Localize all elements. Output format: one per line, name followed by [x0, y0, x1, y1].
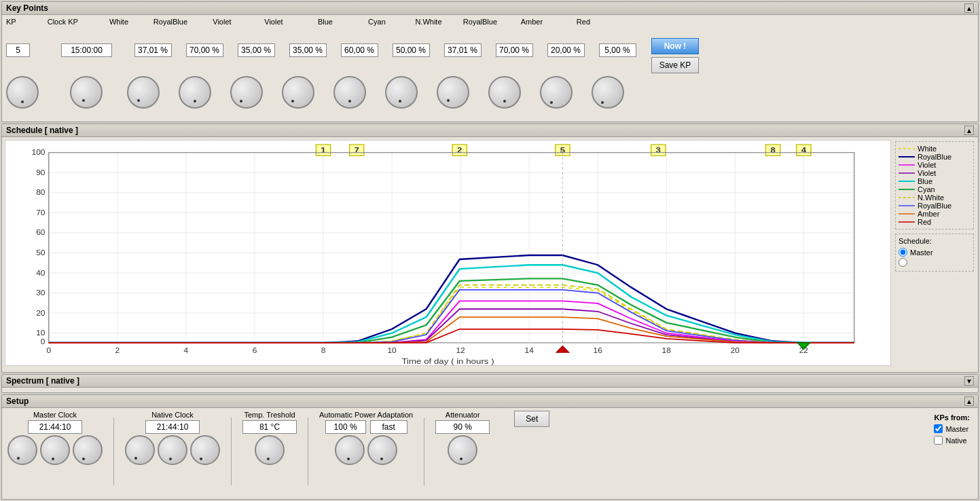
svg-text:70: 70	[36, 209, 45, 217]
ch-blue-value[interactable]: 60,00 %	[341, 43, 378, 57]
ch-red-knob[interactable]	[592, 76, 624, 109]
separator-1	[113, 418, 114, 485]
master-clock-label: Master Clock	[33, 411, 77, 419]
ch-cyan-value[interactable]: 50,00 %	[393, 43, 430, 57]
ch-amber-knob[interactable]	[540, 76, 573, 109]
kps-from-label: KPs from:	[934, 413, 970, 422]
ch-violet1-knob-col	[223, 76, 270, 109]
legend-cyan-label: Cyan	[918, 185, 935, 193]
master-clock-knob-h[interactable]	[7, 435, 37, 465]
now-button[interactable]: Now !	[651, 38, 699, 54]
native-clock-value[interactable]: 21:44:10	[145, 420, 200, 434]
save-kp-button[interactable]: Save KP	[651, 57, 699, 73]
native-clock-knob-s[interactable]	[190, 435, 220, 465]
svg-text:90: 90	[36, 168, 45, 176]
ch-royalblue1-knob[interactable]	[179, 76, 211, 109]
schedule-header: Schedule [ native ] ▲	[2, 124, 978, 137]
ch-cyan-val-col: 50,00 %	[388, 43, 434, 57]
ch-violet1-col: Violet	[199, 18, 245, 26]
ch-violet1-val-col: 35,00 %	[233, 43, 279, 57]
legend-royalblue2-label: RoyalBlue	[918, 202, 951, 210]
svg-text:0: 0	[46, 347, 51, 354]
master-radio[interactable]	[899, 248, 907, 257]
ch-royalblue1-val-col: 70,00 %	[181, 43, 228, 57]
ch-red-value[interactable]: 5,00 %	[599, 43, 636, 57]
ch-red-label: Red	[577, 18, 590, 26]
attenuator-knob[interactable]	[448, 435, 477, 465]
native-clock-knob-m[interactable]	[158, 435, 187, 465]
ch-royalblue2-value[interactable]: 70,00 %	[496, 43, 533, 57]
ch-royalblue1-value[interactable]: 70,00 %	[186, 43, 223, 57]
spectrum-collapse-btn[interactable]: ▼	[964, 376, 974, 386]
temp-value[interactable]: 81 °C	[242, 420, 297, 434]
spectrum-title: Spectrum [ native ]	[6, 376, 79, 386]
attenuator-value[interactable]: 90 %	[435, 420, 490, 434]
native-clock-knob-h[interactable]	[125, 435, 155, 465]
master-clock-knob-m[interactable]	[40, 435, 70, 465]
schedule-radio-label: Schedule:	[899, 237, 970, 245]
temp-knob[interactable]	[255, 435, 285, 465]
apa-value1[interactable]: 100 %	[325, 420, 366, 434]
svg-text:8: 8	[321, 347, 326, 354]
apa-knob2[interactable]	[367, 435, 397, 465]
ch-blue-knob[interactable]	[333, 76, 366, 109]
kp-clock-value[interactable]: 15:00:00	[61, 43, 112, 57]
legend-white: White	[899, 145, 970, 153]
ch-violet1-knob[interactable]	[230, 76, 263, 109]
kp-number-value[interactable]: 5	[6, 43, 30, 57]
setup-header: Setup ▲	[2, 395, 978, 408]
apa-knob1[interactable]	[335, 435, 365, 465]
setup-collapse-btn[interactable]: ▲	[964, 396, 974, 406]
ch-royalblue2-knob[interactable]	[488, 76, 521, 109]
slave-radio[interactable]	[899, 258, 907, 267]
ch-cyan-knob[interactable]	[385, 76, 418, 109]
ch-nwhite-knob[interactable]	[437, 76, 469, 109]
svg-text:6: 6	[253, 347, 257, 354]
kp-clock-label: Clock KP	[48, 18, 78, 26]
kps-from-area: KPs from: Master Native	[931, 411, 973, 447]
chart-svg: Brightness Levels ( % )	[5, 141, 890, 365]
chart-legend: White RoyalBlue Violet Violet	[895, 141, 974, 229]
legend-violet2: Violet	[899, 169, 970, 177]
ch-amber-val-col: 20,00 %	[543, 43, 589, 57]
schedule-panel: Schedule [ native ] ▲ Brightness Levels …	[1, 124, 979, 373]
kp-number-knob[interactable]	[6, 76, 39, 109]
legend-royalblue1-label: RoyalBlue	[918, 153, 951, 161]
ch-nwhite-value[interactable]: 37,01 %	[444, 43, 482, 57]
separator-4	[424, 418, 424, 485]
keypoints-collapse-btn[interactable]: ▲	[964, 3, 974, 13]
ch-violet1-value[interactable]: 35,00 %	[238, 43, 275, 57]
set-button[interactable]: Set	[514, 411, 549, 427]
separator-2	[231, 418, 232, 485]
ch-nwhite-label: N.White	[415, 18, 441, 26]
keypoints-title: Key Points	[6, 3, 48, 13]
svg-text:12: 12	[456, 347, 465, 354]
ch-violet2-knob[interactable]	[282, 76, 314, 109]
legend-amber-label: Amber	[918, 210, 939, 218]
native-checkbox[interactable]	[934, 436, 943, 445]
ch-royalblue2-label: RoyalBlue	[463, 18, 497, 26]
ch-nwhite-knob-col	[430, 76, 476, 109]
svg-text:60: 60	[36, 229, 45, 236]
master-clock-knob-s[interactable]	[73, 435, 103, 465]
ch-white-knob-col	[120, 76, 166, 109]
ch-amber-knob-col	[533, 76, 579, 109]
ch-royalblue1-knob-col	[172, 76, 218, 109]
clock-knob[interactable]	[70, 76, 103, 109]
svg-text:18: 18	[662, 347, 671, 354]
svg-text:7: 7	[355, 145, 359, 154]
ch-white-value[interactable]: 37,01 %	[134, 43, 172, 57]
legend-nwhite: N.White	[899, 193, 970, 202]
ch-amber-value[interactable]: 20,00 %	[547, 43, 585, 57]
master-clock-value[interactable]: 21:44:10	[28, 420, 82, 434]
ch-violet2-col: Violet	[251, 18, 297, 26]
apa-values: 100 % fast	[325, 420, 407, 434]
kp-clockval-col: 15:00:00	[61, 43, 112, 57]
schedule-collapse-btn[interactable]: ▲	[964, 126, 974, 135]
ch-white-knob[interactable]	[127, 76, 160, 109]
native-clock-knobs	[125, 435, 220, 465]
master-checkbox[interactable]	[934, 424, 943, 433]
apa-value2[interactable]: fast	[370, 420, 407, 434]
ch-violet2-value[interactable]: 35,00 %	[289, 43, 327, 57]
legend-violet1: Violet	[899, 161, 970, 169]
